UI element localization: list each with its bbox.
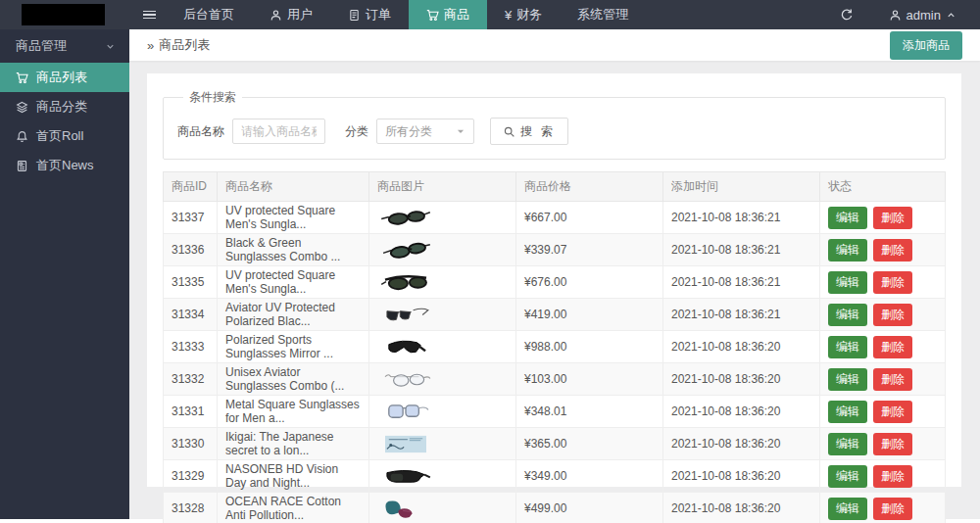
header-product-id: 商品ID bbox=[164, 172, 218, 202]
breadcrumb: » 商品列表 bbox=[147, 36, 210, 54]
product-name-input[interactable] bbox=[232, 119, 325, 144]
table-row: 31330Ikigai: The Japanese secret to a lo… bbox=[164, 428, 946, 460]
sidebar-group-products[interactable]: 商品管理 bbox=[0, 29, 129, 63]
cell-product-name: UV protected Square Men's Sungla... bbox=[218, 266, 369, 299]
cart-icon bbox=[426, 9, 439, 22]
sidebar-item-商品列表[interactable]: 商品列表 bbox=[0, 63, 129, 92]
cell-status: 编辑删除 bbox=[820, 460, 946, 493]
cell-status: 编辑删除 bbox=[820, 493, 946, 523]
cell-product-price: ¥499.00 bbox=[516, 493, 663, 523]
delete-button[interactable]: 删除 bbox=[873, 239, 912, 262]
search-button-label: 搜 索 bbox=[520, 123, 556, 140]
sidebar-item-首页News[interactable]: 首页News bbox=[0, 151, 129, 180]
table-row: 31335UV protected Square Men's Sungla...… bbox=[164, 266, 946, 299]
cell-product-id: 31332 bbox=[164, 363, 218, 396]
cell-add-time: 2021-10-08 18:36:20 bbox=[663, 331, 820, 363]
sidebar-item-label: 首页News bbox=[36, 157, 94, 174]
nav-item-系统管理[interactable]: 系统管理 bbox=[560, 0, 646, 29]
table-row: 31332Unisex Aviator Sunglasses Combo (..… bbox=[164, 363, 946, 396]
cell-product-id: 31333 bbox=[164, 331, 218, 363]
cell-status: 编辑删除 bbox=[820, 202, 946, 234]
nav-item-财务[interactable]: ¥财务 bbox=[487, 0, 560, 29]
delete-button[interactable]: 删除 bbox=[873, 498, 912, 520]
sidebar-item-商品分类[interactable]: 商品分类 bbox=[0, 92, 129, 121]
category-select-value: 所有分类 bbox=[385, 123, 432, 140]
edit-button[interactable]: 编辑 bbox=[828, 304, 867, 326]
edit-button[interactable]: 编辑 bbox=[828, 401, 867, 423]
delete-button[interactable]: 删除 bbox=[873, 271, 912, 294]
delete-button[interactable]: 删除 bbox=[873, 433, 912, 455]
add-product-button[interactable]: 添加商品 bbox=[890, 31, 962, 60]
header-product-name: 商品名称 bbox=[218, 172, 369, 202]
bell-icon bbox=[16, 130, 28, 143]
top-navbar: 后台首页用户订单商品¥财务系统管理 admin bbox=[0, 0, 980, 29]
edit-button[interactable]: 编辑 bbox=[828, 368, 867, 391]
cell-product-image bbox=[369, 460, 516, 493]
product-name-label: 商品名称 bbox=[177, 123, 224, 140]
edit-button[interactable]: 编辑 bbox=[828, 465, 867, 488]
edit-button[interactable]: 编辑 bbox=[828, 239, 867, 262]
product-image bbox=[377, 272, 508, 293]
site-logo bbox=[22, 4, 105, 25]
edit-button[interactable]: 编辑 bbox=[828, 271, 867, 294]
cell-product-id: 31336 bbox=[164, 234, 218, 266]
product-image bbox=[377, 466, 508, 487]
cell-status: 编辑删除 bbox=[820, 299, 946, 331]
delete-button[interactable]: 删除 bbox=[873, 465, 912, 488]
delete-button[interactable]: 删除 bbox=[873, 207, 912, 229]
layers-icon bbox=[16, 101, 28, 114]
product-image bbox=[377, 369, 508, 390]
cell-product-id: 31328 bbox=[164, 493, 218, 523]
delete-button[interactable]: 删除 bbox=[873, 368, 912, 391]
content-card: 条件搜索 商品名称 分类 所有分类 bbox=[147, 73, 961, 487]
delete-button[interactable]: 删除 bbox=[873, 304, 912, 326]
category-select[interactable]: 所有分类 bbox=[376, 119, 474, 144]
nav-item-label: 系统管理 bbox=[577, 6, 628, 24]
refresh-button[interactable] bbox=[822, 0, 871, 29]
sidebar-item-label: 首页Roll bbox=[36, 127, 83, 145]
user-menu[interactable]: admin bbox=[871, 0, 980, 29]
sidebar-item-首页Roll[interactable]: 首页Roll bbox=[0, 121, 129, 151]
search-button[interactable]: 搜 索 bbox=[490, 118, 568, 145]
search-icon bbox=[503, 125, 515, 138]
table-row: 31331Metal Square Sunglasses for Men a..… bbox=[164, 396, 946, 428]
sidebar-group-title: 商品管理 bbox=[16, 37, 67, 55]
nav-item-订单[interactable]: 订单 bbox=[330, 0, 409, 29]
cell-product-name: Black & Green Sunglasses Combo ... bbox=[218, 234, 369, 266]
cell-product-price: ¥103.00 bbox=[516, 363, 663, 396]
cell-product-name: Aviator UV Protected Polarized Blac... bbox=[218, 299, 369, 331]
user-name: admin bbox=[906, 8, 941, 23]
cart-icon bbox=[16, 71, 28, 84]
sidebar-item-label: 商品分类 bbox=[36, 98, 87, 116]
chevron-down-icon bbox=[105, 41, 116, 52]
sidebar-items: 商品列表商品分类首页Roll首页News bbox=[0, 63, 129, 180]
cell-product-price: ¥419.00 bbox=[516, 299, 663, 331]
nav-item-商品[interactable]: 商品 bbox=[409, 0, 487, 29]
nav-item-用户[interactable]: 用户 bbox=[252, 0, 330, 29]
cell-product-price: ¥349.00 bbox=[516, 460, 663, 493]
nav-item-后台首页[interactable]: 后台首页 bbox=[166, 0, 252, 29]
refresh-icon bbox=[840, 8, 854, 22]
cell-add-time: 2021-10-08 18:36:21 bbox=[663, 234, 820, 266]
cell-product-id: 31331 bbox=[164, 396, 218, 428]
search-legend: 条件搜索 bbox=[183, 89, 242, 106]
cell-product-image bbox=[369, 234, 516, 266]
edit-button[interactable]: 编辑 bbox=[828, 433, 867, 455]
cell-product-image bbox=[369, 266, 516, 299]
edit-button[interactable]: 编辑 bbox=[828, 207, 867, 229]
edit-button[interactable]: 编辑 bbox=[828, 336, 867, 358]
cell-product-id: 31329 bbox=[164, 460, 218, 493]
edit-button[interactable]: 编辑 bbox=[828, 498, 867, 520]
cell-status: 编辑删除 bbox=[820, 266, 946, 299]
cell-product-price: ¥365.00 bbox=[516, 428, 663, 460]
delete-button[interactable]: 删除 bbox=[873, 401, 912, 423]
hamburger-icon[interactable] bbox=[132, 0, 166, 29]
cell-status: 编辑删除 bbox=[820, 234, 946, 266]
cell-product-id: 31337 bbox=[164, 202, 218, 234]
delete-button[interactable]: 删除 bbox=[873, 336, 912, 358]
cell-product-name: Metal Square Sunglasses for Men a... bbox=[218, 396, 369, 428]
cell-product-image bbox=[369, 428, 516, 460]
cell-product-name: Polarized Sports Sunglasses Mirror ... bbox=[218, 331, 369, 363]
cell-add-time: 2021-10-08 18:36:21 bbox=[663, 266, 820, 299]
cell-product-name: Unisex Aviator Sunglasses Combo (... bbox=[218, 363, 369, 396]
